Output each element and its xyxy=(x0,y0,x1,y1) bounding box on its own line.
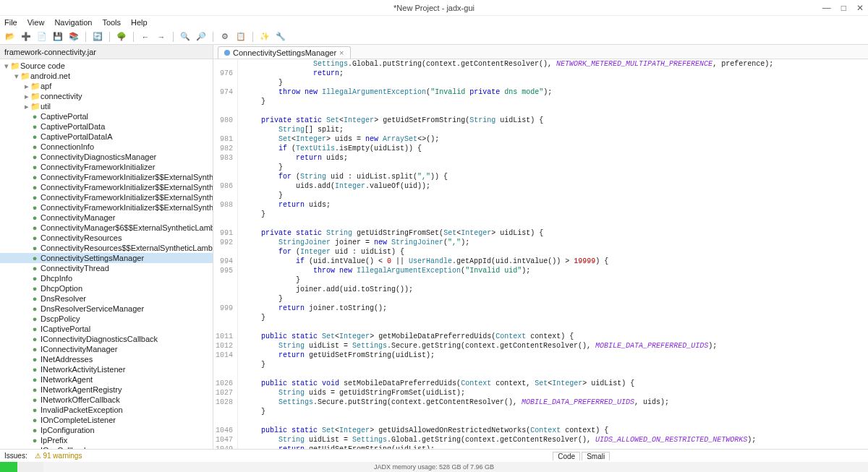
root-tab[interactable]: framework-connectivity.jar xyxy=(0,45,213,59)
add-icon[interactable]: ➕ xyxy=(20,31,32,43)
code-content: Settings.Global.putString(context.getCon… xyxy=(238,59,868,449)
tree-node[interactable]: ▸📁apf xyxy=(0,81,213,91)
editor-tab[interactable]: ConnectivitySettingsManager × xyxy=(218,46,351,59)
tree-node[interactable]: ▸📁connectivity xyxy=(0,91,213,101)
tree-node[interactable]: ●INetworkAgent xyxy=(0,374,213,385)
menu-navigation[interactable]: Navigation xyxy=(54,18,92,27)
bottom-bar: Issues: ⚠ 91 warnings Code Smali xyxy=(0,449,868,462)
tree-node[interactable]: ●INetworkActivityListener xyxy=(0,364,213,374)
tree-node[interactable]: ●ConnectivityFrameworkInitializer$$Exter… xyxy=(0,192,213,202)
tree-node[interactable]: ●ConnectivityManager xyxy=(0,213,213,223)
tree-node[interactable]: ●DnsResolverServiceManager xyxy=(0,304,213,314)
sep xyxy=(252,32,253,42)
tree-node[interactable]: ▾📁android.net xyxy=(0,71,213,81)
toolbar: 📂 ➕ 📄 💾 📚 🔄 🌳 ← → 🔍 🔎 ⚙ 📋 ✨ 🔧 xyxy=(0,29,868,45)
tree-node[interactable]: ●ConnectionInfo xyxy=(0,142,213,152)
menu-file[interactable]: File xyxy=(4,18,17,27)
tree-node[interactable]: ●INetworkAgentRegistry xyxy=(0,385,213,395)
tree-node[interactable]: ●DhcpInfo xyxy=(0,273,213,283)
sep xyxy=(85,32,86,42)
sync-icon[interactable]: 🔄 xyxy=(92,31,103,43)
tree-node-selected[interactable]: ●ConnectivitySettingsManager xyxy=(0,253,213,263)
gutter: 9769749809819829839869889919929949959991… xyxy=(213,59,238,449)
tree-node[interactable]: ●ConnectivityFrameworkInitializer xyxy=(0,162,213,172)
tree-node[interactable]: ●ConnectivityFrameworkInitializer$$Exter… xyxy=(0,182,213,192)
tree-node[interactable]: ●IConnectivityManager xyxy=(0,344,213,354)
sep xyxy=(109,32,110,42)
open-icon[interactable]: 📂 xyxy=(4,31,16,43)
tree-node[interactable]: ●ConnectivityManager$6$$ExternalSyntheti… xyxy=(0,223,213,233)
sep xyxy=(173,32,174,42)
tree-node[interactable]: ●ConnectivityFrameworkInitializer$$Exter… xyxy=(0,202,213,213)
findclass-icon[interactable]: 🔎 xyxy=(195,31,207,43)
tree-node[interactable]: ●ConnectivityResources$$ExternalSyntheti… xyxy=(0,243,213,253)
tree-node[interactable]: ●ConnectivityDiagnosticsManager xyxy=(0,152,213,162)
new-icon[interactable]: 📄 xyxy=(36,31,48,43)
tree-node[interactable]: ●IConnectivityDiagnosticsCallback xyxy=(0,334,213,344)
tree-icon[interactable]: 🌳 xyxy=(116,31,127,43)
file-tree[interactable]: ▾📁Source code▾📁android.net▸📁apf▸📁connect… xyxy=(0,59,213,449)
workarea: framework-connectivity.jar ▾📁Source code… xyxy=(0,45,868,449)
class-icon xyxy=(224,50,230,56)
log-icon[interactable]: 📋 xyxy=(235,31,247,43)
wand-icon[interactable]: ✨ xyxy=(259,31,271,43)
editor-tabs: ConnectivitySettingsManager × xyxy=(213,45,868,59)
menu-help[interactable]: Help xyxy=(131,18,148,27)
tree-node[interactable]: ●DnsResolver xyxy=(0,293,213,304)
saveall-icon[interactable]: 📚 xyxy=(68,31,80,43)
menubar: File View Navigation Tools Help xyxy=(0,16,868,29)
issues-label[interactable]: Issues: xyxy=(4,452,27,460)
tree-node[interactable]: ●CaptivePortalData xyxy=(0,121,213,132)
menu-tools[interactable]: Tools xyxy=(102,18,121,27)
memory-status: JADX memory usage: 528 GB of 7.96 GB xyxy=(374,463,494,471)
menu-view[interactable]: View xyxy=(27,18,45,27)
minimize-icon[interactable]: — xyxy=(822,3,831,13)
tree-node[interactable]: ▸📁util xyxy=(0,101,213,111)
tree-node[interactable]: ●INetworkOfferCallback xyxy=(0,395,213,405)
search-icon[interactable]: 🔍 xyxy=(179,31,191,43)
window-title: *New Project - jadx-gui xyxy=(393,4,475,12)
back-icon[interactable]: ← xyxy=(140,31,151,43)
tab-smali[interactable]: Smali xyxy=(582,452,610,460)
tab-code[interactable]: Code xyxy=(553,452,580,460)
sep xyxy=(213,32,213,42)
tab-title: ConnectivitySettingsManager xyxy=(233,48,336,57)
tree-node[interactable]: ●IpConfiguration xyxy=(0,425,213,435)
code-area[interactable]: 9769749809819829839869889919929949959991… xyxy=(213,59,868,449)
titlebar: *New Project - jadx-gui — □ ✕ xyxy=(0,0,868,16)
sidebar: framework-connectivity.jar ▾📁Source code… xyxy=(0,45,213,449)
close-tab-icon[interactable]: × xyxy=(339,48,344,57)
progress-bar xyxy=(0,462,43,472)
save-icon[interactable]: 💾 xyxy=(52,31,64,43)
statusbar: JADX memory usage: 528 GB of 7.96 GB xyxy=(0,462,868,472)
tree-node[interactable]: ●CaptivePortal xyxy=(0,111,213,121)
deobf-icon[interactable]: ⚙ xyxy=(219,31,231,43)
sep xyxy=(133,32,134,42)
close-icon[interactable]: ✕ xyxy=(856,3,864,13)
settings-icon[interactable]: 🔧 xyxy=(275,31,286,43)
tree-node[interactable]: ▾📁Source code xyxy=(0,61,213,71)
tree-node[interactable]: ●DhcpOption xyxy=(0,283,213,293)
warnings-count[interactable]: ⚠ 91 warnings xyxy=(35,452,82,460)
tree-node[interactable]: ●ConnectivityResources xyxy=(0,233,213,243)
tree-node[interactable]: ●INetAddresses xyxy=(0,354,213,364)
tree-node[interactable]: ●ConnectivityThread xyxy=(0,263,213,273)
tree-node[interactable]: ●ConnectivityFrameworkInitializer$$Exter… xyxy=(0,172,213,182)
code-smali-tabs: Code Smali xyxy=(553,452,610,460)
tree-node[interactable]: ●CaptivePortalDataIA xyxy=(0,132,213,142)
maximize-icon[interactable]: □ xyxy=(841,3,846,13)
editor: ConnectivitySettingsManager × 9769749809… xyxy=(213,45,868,449)
tree-node[interactable]: ●ICaptivePortal xyxy=(0,324,213,334)
tree-node[interactable]: ●IpPrefix xyxy=(0,435,213,445)
forward-icon[interactable]: → xyxy=(156,31,167,43)
tree-node[interactable]: ●InvalidPacketException xyxy=(0,405,213,415)
tree-node[interactable]: ●DscpPolicy xyxy=(0,314,213,324)
tree-node[interactable]: ●IOnCompleteListener xyxy=(0,415,213,425)
